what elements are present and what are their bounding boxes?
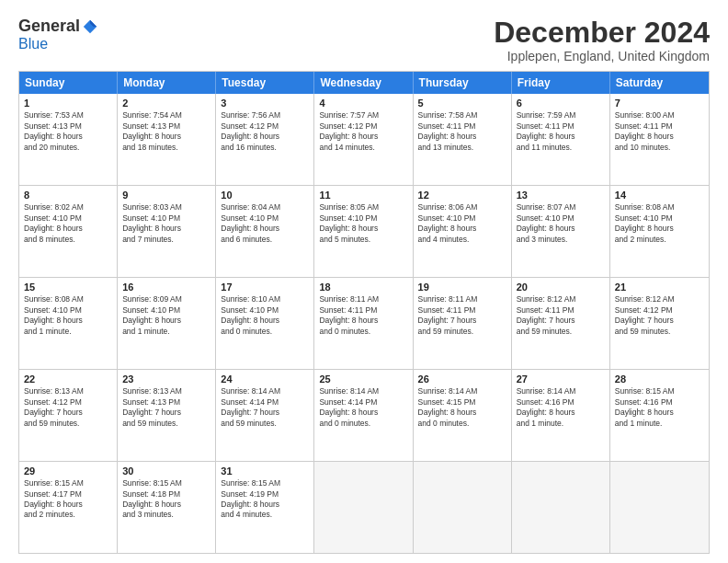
cal-cell-2-0: 15Sunrise: 8:08 AM Sunset: 4:10 PM Dayli…: [19, 278, 118, 369]
cal-cell-2-2: 17Sunrise: 8:10 AM Sunset: 4:10 PM Dayli…: [216, 278, 314, 369]
week-row-1: 8Sunrise: 8:02 AM Sunset: 4:10 PM Daylig…: [19, 185, 709, 277]
day-number: 24: [221, 373, 309, 385]
day-number: 31: [221, 465, 309, 477]
day-info: Sunrise: 8:15 AM Sunset: 4:18 PM Dayligh…: [122, 478, 210, 521]
day-number: 11: [319, 190, 407, 201]
header-saturday: Saturday: [610, 72, 709, 94]
day-number: 18: [319, 282, 407, 293]
cal-cell-4-4: [414, 462, 512, 553]
cal-cell-3-3: 25Sunrise: 8:14 AM Sunset: 4:14 PM Dayli…: [314, 370, 413, 461]
day-info: Sunrise: 8:15 AM Sunset: 4:17 PM Dayligh…: [24, 478, 112, 521]
month-title: December 2024: [494, 17, 710, 49]
day-number: 12: [418, 190, 506, 201]
header-thursday: Thursday: [414, 72, 512, 94]
logo: General Blue: [18, 17, 98, 52]
day-info: Sunrise: 7:59 AM Sunset: 4:11 PM Dayligh…: [517, 110, 605, 153]
header-wednesday: Wednesday: [314, 72, 413, 94]
day-number: 13: [517, 190, 605, 201]
cal-cell-3-0: 22Sunrise: 8:13 AM Sunset: 4:12 PM Dayli…: [19, 370, 118, 461]
cal-cell-1-5: 13Sunrise: 8:07 AM Sunset: 4:10 PM Dayli…: [512, 186, 610, 277]
header-tuesday: Tuesday: [216, 72, 314, 94]
day-info: Sunrise: 8:11 AM Sunset: 4:11 PM Dayligh…: [418, 294, 506, 337]
day-info: Sunrise: 8:09 AM Sunset: 4:10 PM Dayligh…: [122, 294, 210, 337]
location: Ipplepen, England, United Kingdom: [494, 49, 710, 63]
cal-cell-2-6: 21Sunrise: 8:12 AM Sunset: 4:12 PM Dayli…: [610, 278, 709, 369]
day-info: Sunrise: 8:07 AM Sunset: 4:10 PM Dayligh…: [517, 202, 605, 245]
day-info: Sunrise: 8:11 AM Sunset: 4:11 PM Dayligh…: [319, 294, 407, 337]
day-info: Sunrise: 8:08 AM Sunset: 4:10 PM Dayligh…: [24, 294, 112, 337]
day-info: Sunrise: 8:14 AM Sunset: 4:14 PM Dayligh…: [221, 386, 309, 429]
cal-cell-0-2: 3Sunrise: 7:56 AM Sunset: 4:12 PM Daylig…: [216, 94, 314, 185]
cal-cell-4-6: [610, 462, 709, 553]
day-number: 28: [615, 373, 704, 385]
day-number: 20: [517, 282, 605, 293]
day-info: Sunrise: 7:56 AM Sunset: 4:12 PM Dayligh…: [221, 110, 309, 153]
header-sunday: Sunday: [19, 72, 118, 94]
week-row-0: 1Sunrise: 7:53 AM Sunset: 4:13 PM Daylig…: [19, 94, 709, 185]
header: General Blue December 2024 Ipplepen, Eng…: [18, 17, 710, 63]
cal-cell-0-1: 2Sunrise: 7:54 AM Sunset: 4:13 PM Daylig…: [118, 94, 216, 185]
day-info: Sunrise: 8:06 AM Sunset: 4:10 PM Dayligh…: [418, 202, 506, 245]
day-number: 16: [122, 282, 210, 293]
cal-cell-0-6: 7Sunrise: 8:00 AM Sunset: 4:11 PM Daylig…: [610, 94, 709, 185]
logo-general: General: [18, 17, 80, 36]
day-info: Sunrise: 7:54 AM Sunset: 4:13 PM Dayligh…: [122, 110, 210, 153]
day-info: Sunrise: 8:00 AM Sunset: 4:11 PM Dayligh…: [615, 110, 704, 153]
cal-cell-4-1: 30Sunrise: 8:15 AM Sunset: 4:18 PM Dayli…: [118, 462, 216, 553]
day-info: Sunrise: 8:14 AM Sunset: 4:15 PM Dayligh…: [418, 386, 506, 429]
cal-cell-0-0: 1Sunrise: 7:53 AM Sunset: 4:13 PM Daylig…: [19, 94, 118, 185]
day-number: 22: [24, 373, 112, 385]
header-friday: Friday: [512, 72, 610, 94]
day-info: Sunrise: 8:13 AM Sunset: 4:13 PM Dayligh…: [122, 386, 210, 429]
cal-cell-0-3: 4Sunrise: 7:57 AM Sunset: 4:12 PM Daylig…: [314, 94, 413, 185]
day-info: Sunrise: 8:12 AM Sunset: 4:12 PM Dayligh…: [615, 294, 704, 337]
week-row-4: 29Sunrise: 8:15 AM Sunset: 4:17 PM Dayli…: [19, 461, 709, 553]
cal-cell-1-0: 8Sunrise: 8:02 AM Sunset: 4:10 PM Daylig…: [19, 186, 118, 277]
day-info: Sunrise: 8:02 AM Sunset: 4:10 PM Dayligh…: [24, 202, 112, 245]
day-number: 29: [24, 465, 112, 477]
cal-cell-3-4: 26Sunrise: 8:14 AM Sunset: 4:15 PM Dayli…: [414, 370, 512, 461]
cal-cell-1-2: 10Sunrise: 8:04 AM Sunset: 4:10 PM Dayli…: [216, 186, 314, 277]
day-info: Sunrise: 8:15 AM Sunset: 4:19 PM Dayligh…: [221, 478, 309, 521]
day-number: 3: [221, 98, 309, 109]
cal-cell-1-1: 9Sunrise: 8:03 AM Sunset: 4:10 PM Daylig…: [118, 186, 216, 277]
cal-cell-4-3: [314, 462, 413, 553]
day-info: Sunrise: 7:57 AM Sunset: 4:12 PM Dayligh…: [319, 110, 407, 153]
day-info: Sunrise: 8:08 AM Sunset: 4:10 PM Dayligh…: [615, 202, 704, 245]
day-info: Sunrise: 8:04 AM Sunset: 4:10 PM Dayligh…: [221, 202, 309, 245]
day-number: 23: [122, 373, 210, 385]
day-number: 26: [418, 373, 506, 385]
day-info: Sunrise: 7:53 AM Sunset: 4:13 PM Dayligh…: [24, 110, 112, 153]
day-info: Sunrise: 8:14 AM Sunset: 4:14 PM Dayligh…: [319, 386, 407, 429]
calendar-header: Sunday Monday Tuesday Wednesday Thursday…: [19, 72, 709, 94]
day-info: Sunrise: 8:12 AM Sunset: 4:11 PM Dayligh…: [517, 294, 605, 337]
logo-blue: Blue: [18, 36, 48, 52]
day-number: 27: [517, 373, 605, 385]
title-block: December 2024 Ipplepen, England, United …: [494, 17, 710, 63]
cal-cell-4-0: 29Sunrise: 8:15 AM Sunset: 4:17 PM Dayli…: [19, 462, 118, 553]
day-number: 9: [122, 190, 210, 201]
day-number: 19: [418, 282, 506, 293]
cal-cell-1-6: 14Sunrise: 8:08 AM Sunset: 4:10 PM Dayli…: [610, 186, 709, 277]
day-info: Sunrise: 8:14 AM Sunset: 4:16 PM Dayligh…: [517, 386, 605, 429]
day-number: 21: [615, 282, 704, 293]
day-number: 2: [122, 98, 210, 109]
day-info: Sunrise: 8:13 AM Sunset: 4:12 PM Dayligh…: [24, 386, 112, 429]
day-number: 30: [122, 465, 210, 477]
cal-cell-4-5: [512, 462, 610, 553]
cal-cell-0-5: 6Sunrise: 7:59 AM Sunset: 4:11 PM Daylig…: [512, 94, 610, 185]
cal-cell-3-5: 27Sunrise: 8:14 AM Sunset: 4:16 PM Dayli…: [512, 370, 610, 461]
cal-cell-0-4: 5Sunrise: 7:58 AM Sunset: 4:11 PM Daylig…: [414, 94, 512, 185]
cal-cell-3-6: 28Sunrise: 8:15 AM Sunset: 4:16 PM Dayli…: [610, 370, 709, 461]
cal-cell-4-2: 31Sunrise: 8:15 AM Sunset: 4:19 PM Dayli…: [216, 462, 314, 553]
day-number: 8: [24, 190, 112, 201]
cal-cell-3-1: 23Sunrise: 8:13 AM Sunset: 4:13 PM Dayli…: [118, 370, 216, 461]
day-info: Sunrise: 8:03 AM Sunset: 4:10 PM Dayligh…: [122, 202, 210, 245]
day-info: Sunrise: 8:05 AM Sunset: 4:10 PM Dayligh…: [319, 202, 407, 245]
day-number: 15: [24, 282, 112, 293]
cal-cell-1-4: 12Sunrise: 8:06 AM Sunset: 4:10 PM Dayli…: [414, 186, 512, 277]
cal-cell-1-3: 11Sunrise: 8:05 AM Sunset: 4:10 PM Dayli…: [314, 186, 413, 277]
cal-cell-2-4: 19Sunrise: 8:11 AM Sunset: 4:11 PM Dayli…: [414, 278, 512, 369]
day-number: 7: [615, 98, 704, 109]
day-number: 4: [319, 98, 407, 109]
